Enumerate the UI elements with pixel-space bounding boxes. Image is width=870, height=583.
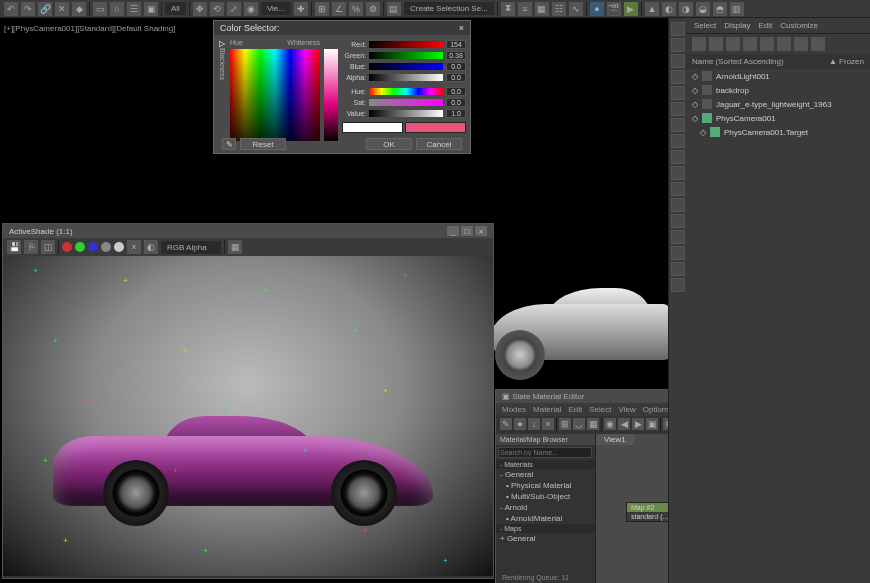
assign-icon[interactable]: ↓ [528,418,540,430]
back-icon[interactable]: ◀ [618,418,630,430]
curve-editor-icon[interactable]: ∿ [569,2,583,16]
explorer-tool-icon[interactable] [760,37,774,51]
explorer-tool-icon[interactable] [709,37,723,51]
arnold-icon[interactable]: ▲ [645,2,659,16]
layer-icon[interactable]: ▦ [535,2,549,16]
explorer-tool-icon[interactable] [743,37,757,51]
percent-snap-icon[interactable]: % [349,2,363,16]
filter-dropdown[interactable]: All [165,2,186,15]
pick-icon[interactable]: ✎ [500,418,512,430]
render-setup-icon[interactable]: 🎬 [607,2,621,16]
hue-slider[interactable] [369,88,443,95]
strip-icon[interactable] [671,102,685,116]
lasso-icon[interactable]: ○ [110,2,124,16]
explorer-tool-icon[interactable] [726,37,740,51]
unlink-icon[interactable]: ✕ [55,2,69,16]
scene-explorer-icon[interactable]: ☷ [552,2,566,16]
link-icon[interactable]: 🔗 [38,2,52,16]
alpha-value[interactable]: 0.0 [446,73,466,82]
tool-b-icon[interactable]: ◑ [679,2,693,16]
materials-section[interactable]: - Materials [496,460,595,469]
strip-icon[interactable] [671,22,685,36]
move-icon[interactable]: ✥ [193,2,207,16]
layout-icon[interactable]: ▦ [587,418,599,430]
strip-icon[interactable] [671,118,685,132]
menu-view[interactable]: View [619,405,636,414]
new-swatch[interactable] [405,122,466,133]
mirror-icon[interactable]: ⧗ [501,2,515,16]
color-dialog-title[interactable]: Color Selector: × [214,21,470,35]
perspective-viewport[interactable] [470,240,670,390]
close-icon[interactable]: × [475,226,487,236]
strip-icon[interactable] [671,134,685,148]
clone-icon[interactable]: ◫ [41,240,55,254]
strip-icon[interactable] [671,230,685,244]
overlay-icon[interactable]: ▦ [228,240,242,254]
sort-header[interactable]: Name (Sorted Ascending) [692,57,784,66]
menu-select[interactable]: Select [589,405,611,414]
select-by-name-icon[interactable]: ☰ [127,2,141,16]
move-children-icon[interactable]: ⊞ [559,418,571,430]
strip-icon[interactable] [671,246,685,260]
close-icon[interactable]: × [459,23,464,33]
blue-channel-icon[interactable] [88,242,98,252]
old-swatch[interactable] [342,122,403,133]
menu-modes[interactable]: Modes [502,405,526,414]
explorer-tool-icon[interactable] [777,37,791,51]
render-frame-icon[interactable]: ▶ [624,2,638,16]
refcoord-dropdown[interactable]: Vie... [261,2,291,15]
snap-icon[interactable]: ⊞ [315,2,329,16]
maps-section[interactable]: - Maps [496,524,595,533]
named-selection-dropdown[interactable]: Create Selection Se... [404,2,494,15]
blue-value[interactable]: 0.0 [446,62,466,71]
tool-a-icon[interactable]: ◐ [662,2,676,16]
strip-icon[interactable] [671,150,685,164]
viewport-label[interactable]: [+][PhysCamera001][Standard][Default Sha… [4,24,175,33]
tab-display[interactable]: Display [724,21,750,30]
hue-gradient[interactable] [230,49,320,141]
blue-slider[interactable] [369,63,443,70]
list-item[interactable]: ◇backdrop [686,83,870,97]
delete-icon[interactable]: × [542,418,554,430]
maximize-icon[interactable]: □ [461,226,473,236]
view-tab[interactable]: View1 [596,434,634,445]
align-icon[interactable]: ≡ [518,2,532,16]
alpha-channel-icon[interactable] [101,242,111,252]
list-item[interactable]: ◇Jaguar_e-type_lightweight_1963 [686,97,870,111]
material-item[interactable]: • Multi/Sub-Object [496,491,595,502]
tab-select[interactable]: Select [694,21,716,30]
strip-icon[interactable] [671,86,685,100]
menu-options[interactable]: Options [643,405,671,414]
angle-snap-icon[interactable]: ∠ [332,2,346,16]
explorer-tool-icon[interactable] [794,37,808,51]
named-sel-icon[interactable]: ▤ [387,2,401,16]
eyedropper-button[interactable]: ✎ [222,138,236,150]
red-value[interactable]: 154 [446,40,466,49]
material-editor-icon[interactable]: ● [590,2,604,16]
strip-icon[interactable] [671,278,685,292]
value-slider[interactable] [369,110,443,117]
red-channel-icon[interactable] [62,242,72,252]
maps-general[interactable]: + General [496,533,595,544]
menu-material[interactable]: Material [533,405,561,414]
tool-c-icon[interactable]: ◒ [696,2,710,16]
channel-dropdown[interactable]: RGB Alpha [161,241,221,254]
clear-icon[interactable]: × [127,240,141,254]
arnold-category[interactable]: - Arnold [496,502,595,513]
minimize-icon[interactable]: _ [447,226,459,236]
save-icon[interactable]: 💾 [7,240,21,254]
ok-button[interactable]: OK [366,138,412,150]
sat-slider[interactable] [369,99,443,106]
region-icon[interactable]: ▣ [144,2,158,16]
reset-button[interactable]: Reset [240,138,286,150]
fwd-icon[interactable]: ▶ [632,418,644,430]
mono-channel-icon[interactable] [114,242,124,252]
place-icon[interactable]: ◉ [244,2,258,16]
whiteness-strip[interactable] [324,49,338,141]
spinner-snap-icon[interactable]: ⚙ [366,2,380,16]
preview-icon[interactable]: ◉ [604,418,616,430]
activeshade-titlebar[interactable]: ActiveShade (1:1) _ □ × [3,224,493,238]
show-icon[interactable]: ▣ [646,418,658,430]
hue-value[interactable]: 0.0 [446,87,466,96]
green-value[interactable]: 0.38 [446,51,466,60]
